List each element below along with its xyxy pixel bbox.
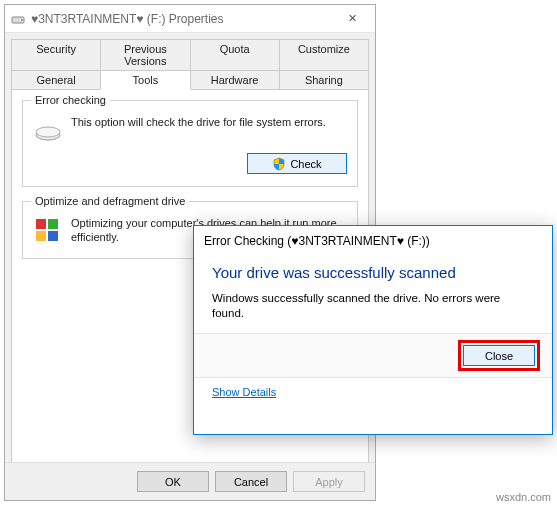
tab-sharing[interactable]: Sharing	[279, 70, 369, 89]
dialog-buttons: OK Cancel Apply	[5, 462, 375, 500]
watermark: wsxdn.com	[496, 491, 551, 503]
tab-quota[interactable]: Quota	[190, 39, 280, 70]
dialog-body: Your drive was successfully scanned Wind…	[194, 256, 552, 321]
tab-tools[interactable]: Tools	[100, 70, 190, 90]
show-details-area: Show Details	[194, 378, 552, 406]
close-window-button[interactable]: ✕	[335, 5, 369, 33]
close-icon: ✕	[348, 12, 357, 25]
svg-point-3	[36, 127, 60, 137]
error-checking-legend: Error checking	[31, 94, 110, 106]
titlebar: ♥3NT3RTAINMENT♥ (F:) Properties ✕	[5, 5, 375, 33]
svg-point-1	[21, 19, 23, 21]
drive-icon	[11, 12, 25, 26]
close-button[interactable]: Close	[463, 345, 535, 366]
tab-previous-versions[interactable]: Previous Versions	[100, 39, 190, 70]
tab-general[interactable]: General	[11, 70, 101, 89]
svg-rect-4	[36, 219, 46, 229]
check-button[interactable]: Check	[247, 153, 347, 174]
svg-rect-5	[48, 219, 58, 229]
apply-button: Apply	[293, 471, 365, 492]
tabs-row-1: Security Previous Versions Quota Customi…	[11, 39, 369, 70]
tab-security[interactable]: Security	[11, 39, 101, 70]
highlight-annotation: Close	[458, 340, 540, 371]
uac-shield-icon	[272, 157, 286, 171]
check-button-label: Check	[290, 158, 321, 170]
drive-check-icon	[33, 115, 63, 145]
error-checking-dialog: Error Checking (♥3NT3RTAINMENT♥ (F:)) Yo…	[193, 225, 553, 435]
defrag-legend: Optimize and defragment drive	[31, 195, 189, 207]
dialog-title: Error Checking (♥3NT3RTAINMENT♥ (F:))	[194, 226, 552, 256]
error-checking-desc: This option will check the drive for fil…	[71, 115, 326, 129]
svg-rect-6	[36, 231, 46, 241]
defrag-icon	[33, 216, 63, 246]
dialog-heading: Your drive was successfully scanned	[212, 264, 534, 281]
dialog-message: Windows successfully scanned the drive. …	[212, 291, 534, 321]
cancel-button[interactable]: Cancel	[215, 471, 287, 492]
window-title: ♥3NT3RTAINMENT♥ (F:) Properties	[31, 12, 335, 26]
svg-rect-7	[48, 231, 58, 241]
tab-hardware[interactable]: Hardware	[190, 70, 280, 89]
tab-customize[interactable]: Customize	[279, 39, 369, 70]
ok-button[interactable]: OK	[137, 471, 209, 492]
show-details-link[interactable]: Show Details	[212, 386, 276, 398]
tabs-row-2: General Tools Hardware Sharing	[11, 70, 369, 89]
dialog-button-area: Close	[194, 333, 552, 378]
error-checking-group: Error checking This option will check th…	[22, 100, 358, 187]
